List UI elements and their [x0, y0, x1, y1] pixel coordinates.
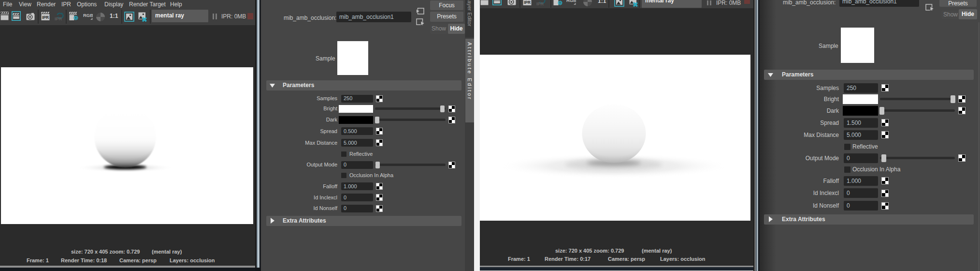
svg-text:IPR: IPR — [42, 15, 49, 20]
svg-text:IPR: IPR — [55, 16, 62, 21]
svg-text:RGB: RGB — [566, 0, 576, 3]
svg-text:IPR: IPR — [524, 0, 531, 5]
svg-text:IPR: IPR — [536, 1, 544, 6]
svg-text:RGB: RGB — [83, 13, 93, 18]
